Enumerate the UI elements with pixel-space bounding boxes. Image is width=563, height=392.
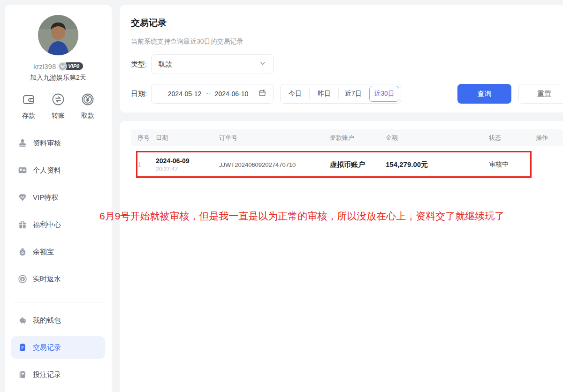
sidebar-item-label: 交易记录 bbox=[33, 343, 61, 352]
sidebar-item-betting-records[interactable]: 投注记录 bbox=[11, 361, 105, 388]
sidebar-item-label: 余额宝 bbox=[33, 248, 54, 256]
username: krzl398 bbox=[33, 62, 56, 70]
wallet-icon bbox=[22, 92, 36, 108]
col-header-status: 状态 bbox=[489, 134, 536, 142]
sidebar-item-label: 实时返水 bbox=[33, 275, 61, 284]
sidebar-item-label: 福利中心 bbox=[33, 220, 61, 229]
stamp-icon bbox=[18, 138, 27, 148]
moneybag-icon bbox=[18, 247, 27, 256]
rebate-icon bbox=[18, 274, 27, 284]
date-filter-label: 日期: bbox=[131, 84, 147, 104]
vip-badge[interactable]: VIP0 bbox=[58, 62, 83, 70]
vip-emblem-icon bbox=[58, 62, 67, 71]
quick-actions: 存款 转账 bbox=[5, 92, 112, 120]
reset-button[interactable]: 重置 bbox=[518, 84, 563, 104]
type-filter-label: 类型: bbox=[131, 54, 147, 74]
row-time: 20:27:47 bbox=[156, 166, 219, 173]
sidebar-item-personal-info[interactable]: 个人资料 bbox=[11, 157, 105, 184]
sidebar-item-label: 投注记录 bbox=[33, 370, 61, 379]
quick-range-7days[interactable]: 近7日 bbox=[339, 84, 368, 103]
gift-icon bbox=[18, 220, 27, 229]
journal-icon bbox=[18, 343, 27, 352]
quick-range-yesterday[interactable]: 昨日 bbox=[310, 84, 339, 103]
withdraw-button[interactable]: 取款 bbox=[81, 92, 95, 120]
diamond-icon bbox=[18, 193, 27, 202]
transfer-icon bbox=[51, 92, 65, 108]
sidebar-nav-primary: 资料审核 个人资料 bbox=[5, 129, 112, 293]
transfer-label: 转账 bbox=[52, 112, 65, 120]
avatar[interactable] bbox=[38, 15, 78, 55]
annotation-text: 6月9号开始就被审核，但是我一直是以为正常的审核，所以没放在心上，资料交了就继续… bbox=[99, 210, 504, 223]
deposit-button[interactable]: 存款 bbox=[22, 92, 36, 120]
chevron-down-icon bbox=[259, 60, 266, 69]
query-button[interactable]: 查询 bbox=[457, 84, 511, 104]
sidebar-item-label: 个人资料 bbox=[33, 166, 61, 175]
row-date: 2024-06-09 bbox=[156, 157, 219, 165]
date-separator: ~ bbox=[206, 90, 210, 98]
type-select[interactable]: 取款 bbox=[151, 54, 274, 74]
sidebar-divider-bottom bbox=[13, 302, 103, 302]
sidebar-item-label: VIP特权 bbox=[33, 193, 58, 202]
sidebar-item-label: 我的钱包 bbox=[33, 316, 61, 325]
quick-range-group: 今日 昨日 近7日 近30日 bbox=[280, 84, 401, 104]
row-status-badge: 审核中 bbox=[489, 160, 536, 169]
sidebar-item-transaction-records[interactable]: 交易记录 bbox=[11, 336, 105, 359]
col-header-action: 操作 bbox=[536, 134, 563, 142]
sidebar-item-vip-privileges[interactable]: VIP特权 bbox=[11, 184, 105, 211]
piggy-bank-icon bbox=[18, 316, 27, 325]
sidebar: krzl398 VIP0 加入九游娱乐第2天 bbox=[5, 5, 112, 392]
page-title: 交易记录 bbox=[131, 17, 167, 29]
row-date-cell: 2024-06-09 20:27:47 bbox=[156, 157, 219, 173]
calendar-icon bbox=[258, 89, 266, 99]
date-start-value: 2024-05-12 bbox=[168, 90, 202, 98]
deposit-label: 存款 bbox=[22, 112, 35, 120]
date-range-input[interactable]: 2024-05-12 ~ 2024-06-10 bbox=[151, 84, 274, 104]
date-end-value: 2024-06-10 bbox=[215, 90, 249, 98]
quick-range-30days[interactable]: 近30日 bbox=[369, 86, 399, 102]
type-select-value: 取款 bbox=[158, 60, 259, 69]
sidebar-item-my-wallet[interactable]: 我的钱包 bbox=[11, 307, 105, 334]
sidebar-item-yuebao[interactable]: 余额宝 bbox=[11, 238, 105, 265]
page: krzl398 VIP0 加入九游娱乐第2天 bbox=[0, 0, 563, 392]
col-header-amount: 金额 bbox=[386, 134, 489, 142]
col-header-index: 序号 bbox=[137, 134, 156, 142]
records-card: 序号 日期 订单号 提款账户 金额 状态 操作 1 2024-06-09 20:… bbox=[120, 121, 563, 392]
profile-section: krzl398 VIP0 加入九游娱乐第2天 bbox=[5, 5, 112, 120]
col-header-order-no: 订单号 bbox=[219, 134, 330, 142]
col-header-date: 日期 bbox=[156, 134, 219, 142]
row-account: 虚拟币账户 bbox=[330, 160, 386, 169]
row-order-no: JJWT202406092027470710 bbox=[219, 161, 330, 168]
sidebar-nav-secondary: 我的钱包 交易记录 bbox=[5, 307, 112, 388]
filters-card: 交易记录 当前系统支持查询最近30日的交易记录 类型: 取款 日期: 2024-… bbox=[120, 5, 563, 113]
col-header-account: 提款账户 bbox=[330, 134, 386, 142]
sidebar-item-profile-review[interactable]: 资料审核 bbox=[11, 129, 105, 157]
table-row[interactable]: 1 2024-06-09 20:27:47 JJWT20240609202747… bbox=[131, 146, 563, 183]
page-subtitle: 当前系统支持查询最近30日的交易记录 bbox=[131, 38, 243, 46]
sidebar-divider-top bbox=[13, 123, 103, 123]
sidebar-item-label: 资料审核 bbox=[33, 139, 61, 148]
quick-range-today[interactable]: 今日 bbox=[281, 84, 310, 103]
withdraw-label: 取款 bbox=[81, 112, 94, 120]
id-card-icon bbox=[18, 166, 27, 175]
notebook-icon bbox=[18, 370, 27, 379]
join-days-text: 加入九游娱乐第2天 bbox=[5, 74, 112, 82]
sidebar-item-realtime-rebate[interactable]: 实时返水 bbox=[11, 265, 105, 293]
row-amount: 154,279.00元 bbox=[386, 160, 489, 169]
withdraw-icon bbox=[81, 92, 95, 108]
table-header: 序号 日期 订单号 提款账户 金额 状态 操作 bbox=[131, 129, 563, 146]
sidebar-item-welfare-center[interactable]: 福利中心 bbox=[11, 211, 105, 238]
transfer-button[interactable]: 转账 bbox=[51, 92, 65, 120]
row-index: 1 bbox=[137, 161, 156, 168]
